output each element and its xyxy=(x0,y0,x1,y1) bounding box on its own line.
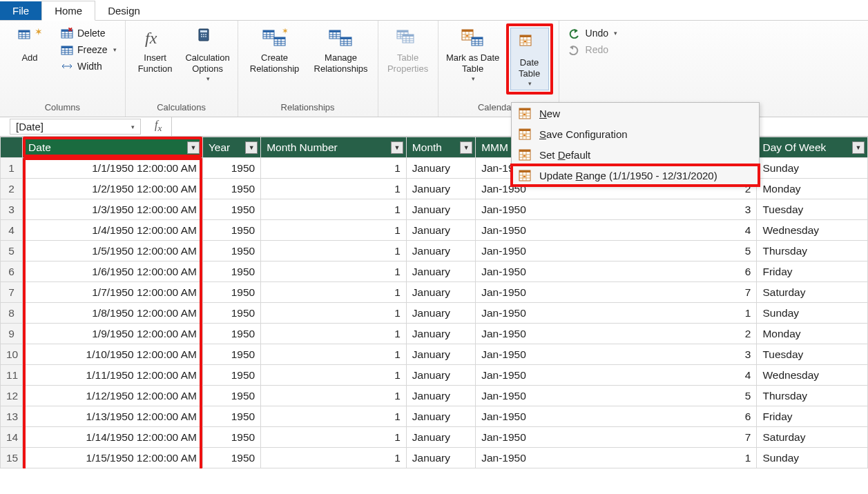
row-number[interactable]: 12 xyxy=(1,386,23,406)
cell-month-number[interactable]: 1 xyxy=(261,220,407,241)
cell-month-number[interactable]: 1 xyxy=(261,303,407,324)
name-box[interactable]: [Date] xyxy=(10,119,141,135)
cell-month-number[interactable]: 1 xyxy=(261,406,407,427)
row-number[interactable]: 6 xyxy=(1,261,23,282)
cell-dow[interactable]: Tuesday xyxy=(757,199,868,220)
cell-mmm[interactable]: Jan-19506 xyxy=(476,406,757,427)
row-number[interactable]: 14 xyxy=(1,427,23,448)
cell-year[interactable]: 1950 xyxy=(202,199,260,220)
cell-mmm[interactable]: Jan-19503 xyxy=(476,199,757,220)
cell-mmm[interactable]: Jan-19507 xyxy=(476,427,757,448)
cell-month[interactable]: January xyxy=(406,365,475,386)
cell-year[interactable]: 1950 xyxy=(202,427,260,448)
corner[interactable] xyxy=(1,137,23,158)
cell-date[interactable]: 1/12/1950 12:00:00 AM xyxy=(23,386,203,406)
undo-button[interactable]: Undo xyxy=(565,26,620,40)
menu-set-default[interactable]: Set Default xyxy=(512,144,759,165)
cell-date[interactable]: 1/15/1950 12:00:00 AM xyxy=(23,448,203,468)
date-table-button[interactable]: Date Table xyxy=(510,28,549,90)
tab-design[interactable]: Design xyxy=(95,1,153,20)
cell-date[interactable]: 1/1/1950 12:00:00 AM xyxy=(23,158,203,179)
width-column-button[interactable]: Width xyxy=(58,59,119,73)
cell-date[interactable]: 1/4/1950 12:00:00 AM xyxy=(23,220,203,241)
menu-save-config[interactable]: Save Configuration xyxy=(512,124,759,144)
calc-options-button[interactable]: Calculation Options xyxy=(184,23,232,85)
cell-date[interactable]: 1/13/1950 12:00:00 AM xyxy=(23,406,203,427)
cell-year[interactable]: 1950 xyxy=(202,179,260,199)
row-number[interactable]: 8 xyxy=(1,303,23,324)
cell-month[interactable]: January xyxy=(406,282,475,303)
menu-new[interactable]: New xyxy=(512,103,759,124)
cell-year[interactable]: 1950 xyxy=(202,158,260,179)
cell-dow[interactable]: Saturday xyxy=(757,282,868,303)
cell-dow[interactable]: Tuesday xyxy=(757,344,868,365)
cell-year[interactable]: 1950 xyxy=(202,241,260,261)
delete-column-button[interactable]: ✖Delete xyxy=(58,26,119,40)
cell-dow[interactable]: Wednesday xyxy=(757,220,868,241)
cell-year[interactable]: 1950 xyxy=(202,282,260,303)
cell-mmm[interactable]: Jan-19503 xyxy=(476,344,757,365)
cell-date[interactable]: 1/8/1950 12:00:00 AM xyxy=(23,303,203,324)
cell-month-number[interactable]: 1 xyxy=(261,158,407,179)
cell-year[interactable]: 1950 xyxy=(202,303,260,324)
cell-month[interactable]: January xyxy=(406,344,475,365)
cell-dow[interactable]: Sunday xyxy=(757,303,868,324)
cell-month-number[interactable]: 1 xyxy=(261,344,407,365)
cell-date[interactable]: 1/3/1950 12:00:00 AM xyxy=(23,199,203,220)
cell-mmm[interactable]: Jan-19502 xyxy=(476,324,757,344)
filter-icon[interactable]: ▼ xyxy=(460,141,472,154)
cell-month[interactable]: January xyxy=(406,199,475,220)
tab-home[interactable]: Home xyxy=(41,1,95,21)
cell-month[interactable]: January xyxy=(406,158,475,179)
cell-mmm[interactable]: Jan-19507 xyxy=(476,282,757,303)
cell-month-number[interactable]: 1 xyxy=(261,386,407,406)
tab-file[interactable]: File xyxy=(0,1,41,20)
cell-month-number[interactable]: 1 xyxy=(261,282,407,303)
cell-dow[interactable]: Saturday xyxy=(757,427,868,448)
insert-function-button[interactable]: fx Insert Function xyxy=(131,23,180,77)
cell-dow[interactable]: Sunday xyxy=(757,158,868,179)
cell-date[interactable]: 1/9/1950 12:00:00 AM xyxy=(23,324,203,344)
cell-year[interactable]: 1950 xyxy=(202,220,260,241)
cell-mmm[interactable]: Jan-19505 xyxy=(476,241,757,261)
row-number[interactable]: 3 xyxy=(1,199,23,220)
cell-month-number[interactable]: 1 xyxy=(261,241,407,261)
cell-dow[interactable]: Sunday xyxy=(757,448,868,468)
row-number[interactable]: 5 xyxy=(1,241,23,261)
cell-dow[interactable]: Thursday xyxy=(757,386,868,406)
cell-mmm[interactable]: Jan-19506 xyxy=(476,261,757,282)
cell-date[interactable]: 1/11/1950 12:00:00 AM xyxy=(23,365,203,386)
col-header-dow[interactable]: Day Of Week▼ xyxy=(757,137,868,158)
cell-month[interactable]: January xyxy=(406,179,475,199)
cell-mmm[interactable]: Jan-19504 xyxy=(476,220,757,241)
cell-date[interactable]: 1/6/1950 12:00:00 AM xyxy=(23,261,203,282)
cell-month-number[interactable]: 1 xyxy=(261,324,407,344)
cell-mmm[interactable]: Jan-19505 xyxy=(476,386,757,406)
cell-date[interactable]: 1/7/1950 12:00:00 AM xyxy=(23,282,203,303)
cell-month-number[interactable]: 1 xyxy=(261,261,407,282)
filter-icon[interactable]: ▼ xyxy=(852,141,865,154)
manage-relationships-button[interactable]: Manage Relationships xyxy=(310,23,372,77)
cell-month[interactable]: January xyxy=(406,220,475,241)
cell-year[interactable]: 1950 xyxy=(202,324,260,344)
row-number[interactable]: 13 xyxy=(1,406,23,427)
col-header-month[interactable]: Month▼ xyxy=(406,137,475,158)
cell-month-number[interactable]: 1 xyxy=(261,448,407,468)
cell-mmm[interactable]: Jan-19501 xyxy=(476,303,757,324)
row-number[interactable]: 15 xyxy=(1,448,23,468)
row-number[interactable]: 9 xyxy=(1,324,23,344)
create-relationship-button[interactable]: ✶ Create Relationship xyxy=(244,23,306,77)
cell-month[interactable]: January xyxy=(406,324,475,344)
col-header-month-number[interactable]: Month Number▼ xyxy=(261,137,407,158)
cell-dow[interactable]: Monday xyxy=(757,179,868,199)
cell-month[interactable]: January xyxy=(406,261,475,282)
cell-year[interactable]: 1950 xyxy=(202,261,260,282)
cell-dow[interactable]: Friday xyxy=(757,261,868,282)
cell-date[interactable]: 1/10/1950 12:00:00 AM xyxy=(23,344,203,365)
cell-month-number[interactable]: 1 xyxy=(261,365,407,386)
cell-month-number[interactable]: 1 xyxy=(261,199,407,220)
cell-dow[interactable]: Wednesday xyxy=(757,365,868,386)
cell-month[interactable]: January xyxy=(406,427,475,448)
cell-month-number[interactable]: 1 xyxy=(261,427,407,448)
cell-month[interactable]: January xyxy=(406,386,475,406)
